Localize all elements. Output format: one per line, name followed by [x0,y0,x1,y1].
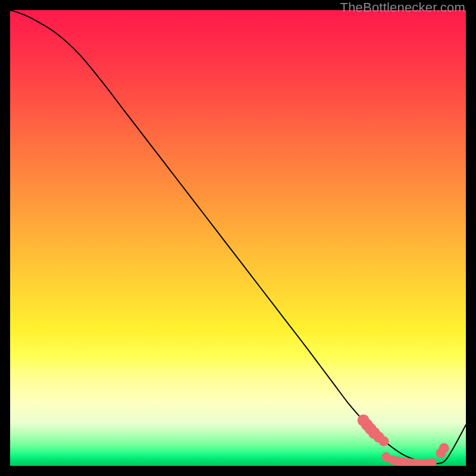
gradient-background [10,10,466,466]
plot-area [10,10,466,466]
watermark-label: TheBottlenecker.com [340,0,465,15]
curve-marker [379,436,389,446]
chart-stage: TheBottlenecker.com [0,0,476,476]
curve-marker [439,443,449,453]
chart-svg [10,10,466,466]
